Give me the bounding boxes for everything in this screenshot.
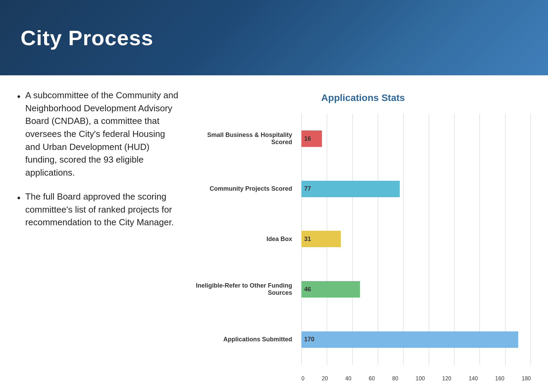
left-column: • A subcommittee of the Community and Ne… — [17, 89, 182, 382]
bar-label: Small Business & Hospitality Scored — [195, 131, 296, 146]
bar-wrapper: 31 — [301, 231, 531, 247]
bar-row: Community Projects Scored77 — [301, 177, 531, 201]
bar-row: Ineligible-Refer to Other Funding Source… — [301, 277, 531, 301]
bar-fill: 31 — [301, 231, 341, 247]
x-axis-label: 40 — [345, 376, 351, 382]
bar-fill: 46 — [301, 281, 360, 298]
bullet-text: The full Board approved the scoring comm… — [25, 190, 182, 229]
bar-fill: 16 — [301, 130, 322, 147]
bar-wrapper: 46 — [301, 281, 531, 298]
x-axis: 020406080100120140160180 — [301, 376, 531, 382]
bar-fill: 77 — [301, 181, 400, 197]
bars-container: Small Business & Hospitality Scored16Com… — [301, 114, 531, 365]
chart-title: Applications Stats — [195, 92, 531, 103]
bullet-dot: • — [17, 90, 21, 104]
x-axis-label: 120 — [442, 376, 451, 382]
bar-row: Small Business & Hospitality Scored16 — [301, 127, 531, 151]
x-axis-label: 20 — [322, 376, 328, 382]
x-axis-label: 80 — [392, 376, 398, 382]
right-column: Applications Stats Small Business & Hosp… — [195, 89, 531, 382]
bar-row: Idea Box31 — [301, 227, 531, 251]
x-axis-label: 140 — [469, 376, 478, 382]
bullet-text: A subcommittee of the Community and Neig… — [25, 89, 182, 179]
bar-fill: 170 — [301, 331, 518, 348]
bar-row: Applications Submitted170 — [301, 328, 531, 352]
bullet-item: • A subcommittee of the Community and Ne… — [17, 89, 182, 179]
bar-label: Community Projects Scored — [195, 185, 296, 192]
bar-label: Ineligible-Refer to Other Funding Source… — [195, 282, 296, 296]
x-axis-label: 60 — [369, 376, 375, 382]
bar-label: Idea Box — [195, 236, 296, 243]
bar-label: Applications Submitted — [195, 336, 296, 343]
page-header: City Process — [0, 0, 548, 75]
bullet-item: • The full Board approved the scoring co… — [17, 190, 182, 229]
bullet-dot: • — [17, 191, 21, 205]
chart-area: Small Business & Hospitality Scored16Com… — [195, 114, 531, 382]
x-axis-label: 160 — [495, 376, 505, 382]
page-title: City Process — [21, 26, 153, 50]
x-axis-label: 0 — [301, 376, 304, 382]
bar-wrapper: 77 — [301, 181, 531, 197]
bar-wrapper: 170 — [301, 331, 531, 348]
x-axis-label: 180 — [522, 376, 531, 382]
bar-wrapper: 16 — [301, 130, 531, 147]
x-axis-label: 100 — [416, 376, 425, 382]
main-content: • A subcommittee of the Community and Ne… — [0, 75, 548, 392]
